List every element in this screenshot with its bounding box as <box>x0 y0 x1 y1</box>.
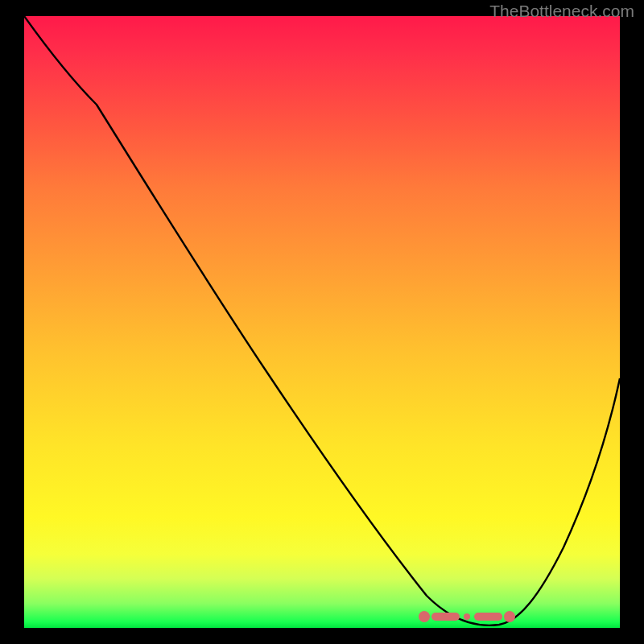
bottleneck-curve-path <box>24 16 620 625</box>
attribution-text: TheBottleneck.com <box>489 2 634 21</box>
optimal-range-marker <box>419 610 515 623</box>
bottleneck-curve-svg <box>24 16 620 628</box>
marker-right-cap <box>504 611 515 622</box>
marker-segment <box>431 613 460 621</box>
marker-left-cap <box>419 611 430 622</box>
chart-plot-area <box>24 16 620 628</box>
marker-dot <box>464 613 470 620</box>
marker-segment <box>474 613 502 621</box>
